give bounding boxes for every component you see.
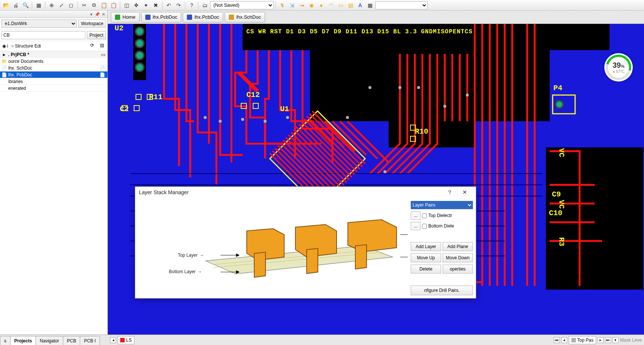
dialog-help-icon[interactable]: ? bbox=[442, 187, 457, 198]
copy-icon[interactable]: ⧉ bbox=[89, 1, 98, 9]
document-tab[interactable]: Home bbox=[111, 12, 140, 22]
select-icon[interactable]: ◫ bbox=[122, 1, 131, 9]
text-icon[interactable]: A bbox=[356, 1, 365, 9]
add-plane-button[interactable]: Add Plane bbox=[443, 242, 473, 251]
layer-prev2-icon[interactable]: ◂ bbox=[561, 337, 567, 343]
redo-icon[interactable]: ↷ bbox=[174, 1, 183, 9]
configure-drill-pairs-button[interactable]: nfigure Drill Pairs. bbox=[411, 286, 473, 295]
workspace-combo[interactable]: e1.DsnWrk bbox=[1, 19, 77, 28]
paste-special-icon[interactable]: 📋 bbox=[109, 1, 118, 9]
panel-refresh-icon[interactable]: ⟳ bbox=[89, 43, 95, 49]
browse-icon[interactable]: 🗂 bbox=[200, 1, 209, 9]
document-tab[interactable]: lhx.PcbDoc bbox=[141, 12, 182, 22]
svg-point-41 bbox=[286, 116, 289, 119]
layer-pairs-combo[interactable]: Layer Pairs bbox=[411, 201, 473, 209]
zoom-in-icon[interactable]: ⊕ bbox=[47, 1, 56, 9]
top-dielectric-browse-button[interactable]: ... bbox=[411, 211, 420, 220]
document-tab[interactable]: lhx.PcbDoc bbox=[183, 12, 223, 22]
saved-view-combo[interactable]: (Not Saved) bbox=[210, 1, 274, 9]
project-tree: ▸. PrjPCB * ▭ 📁ource Documents📄lhx. SchD… bbox=[0, 51, 107, 335]
bottom-dielectric-check[interactable]: Bottom Diele bbox=[422, 223, 454, 229]
route2-icon[interactable]: ⇲ bbox=[288, 1, 297, 9]
panel-menu-icon[interactable]: ▾ bbox=[89, 12, 94, 17]
document-tabs: Homelhx.PcbDoclhx.PcbDoclhx.SchDoc bbox=[109, 10, 644, 24]
layer-stack-manager-dialog: Layer Stack Manager ? ✕ bbox=[135, 186, 476, 299]
silk-r11: R11 bbox=[149, 93, 162, 101]
structure-view-radio[interactable]: ○ Structure Edi bbox=[11, 43, 41, 49]
workspace-button[interactable]: Workspace bbox=[78, 19, 106, 28]
clear-icon[interactable]: ✖ bbox=[151, 1, 160, 9]
delete-button[interactable]: Delete bbox=[411, 265, 441, 274]
tree-item[interactable]: 📄lhx. SchDoc📄 bbox=[0, 65, 107, 71]
tree-item[interactable]: 📄lhx. PcbDoc📄 bbox=[0, 71, 107, 78]
svg-rect-30 bbox=[134, 106, 139, 111]
preview-icon[interactable]: 🔍 bbox=[21, 1, 30, 9]
dialog-close-icon[interactable]: ✕ bbox=[457, 187, 472, 198]
array-icon[interactable]: ▦ bbox=[365, 1, 374, 9]
arc-icon[interactable]: ◠ bbox=[326, 1, 335, 9]
layer-next-icon[interactable]: ▸ bbox=[598, 337, 604, 343]
move-down-button[interactable]: Move Down bbox=[443, 253, 473, 262]
print-icon[interactable]: 🖨 bbox=[11, 1, 20, 9]
layer-ls-tab[interactable]: LS bbox=[118, 336, 134, 344]
open-icon[interactable]: 📂 bbox=[1, 1, 10, 9]
panel-options-icon[interactable]: ▤ bbox=[98, 43, 105, 49]
svg-point-6 bbox=[136, 39, 144, 48]
help-icon[interactable]: ? bbox=[187, 1, 196, 9]
properties-button[interactable]: operties bbox=[443, 265, 473, 274]
mask-level-label: Mask Leve bbox=[620, 338, 642, 343]
paste-icon[interactable]: 📋 bbox=[99, 1, 108, 9]
svg-point-44 bbox=[383, 170, 386, 173]
svg-point-47 bbox=[443, 105, 446, 108]
panel-tab[interactable]: PCB bbox=[63, 336, 80, 345]
bottom-dielectric-browse-button[interactable]: ... bbox=[411, 222, 420, 230]
silk-c12: C12 bbox=[246, 91, 260, 99]
move-icon[interactable]: ✥ bbox=[132, 1, 141, 9]
cut-icon[interactable]: ✂ bbox=[80, 1, 89, 9]
layer-prev-icon[interactable]: ◂ bbox=[110, 337, 116, 343]
via-icon[interactable]: ◉ bbox=[307, 1, 316, 9]
top-dielectric-check[interactable]: Top Dielectr bbox=[422, 213, 452, 218]
grid-combo[interactable] bbox=[375, 1, 428, 9]
panel-close-icon[interactable]: ✕ bbox=[101, 12, 106, 17]
layer-top-paste-tab[interactable]: Top Pas bbox=[569, 336, 596, 344]
svg-marker-57 bbox=[355, 245, 367, 269]
layers-icon[interactable]: ▦ bbox=[34, 1, 43, 9]
route3-icon[interactable]: ↝ bbox=[297, 1, 306, 9]
svg-point-42 bbox=[346, 116, 349, 119]
svg-point-5 bbox=[136, 27, 144, 36]
file-view-radio[interactable]: ◉ i bbox=[2, 43, 8, 49]
tree-item[interactable]: ibraries bbox=[0, 78, 107, 85]
project-field[interactable] bbox=[1, 31, 85, 39]
pad-icon[interactable]: ● bbox=[317, 1, 326, 9]
document-tab[interactable]: lhx.SchDoc bbox=[225, 12, 265, 22]
layer-first-icon[interactable]: ⏮ bbox=[554, 337, 560, 343]
add-layer-button[interactable]: Add Layer bbox=[411, 242, 441, 251]
panel-pin-icon[interactable]: 📌 bbox=[95, 12, 100, 17]
svg-point-46 bbox=[417, 86, 420, 89]
undo-icon[interactable]: ↶ bbox=[164, 1, 173, 9]
svg-rect-0 bbox=[243, 24, 610, 50]
poly-icon[interactable]: ▤ bbox=[346, 1, 355, 9]
panel-tab[interactable]: s bbox=[0, 336, 10, 345]
svg-point-45 bbox=[398, 86, 401, 89]
panel-tab[interactable]: Projects bbox=[10, 336, 36, 345]
fill-icon[interactable]: ▭ bbox=[336, 1, 345, 9]
dialog-titlebar[interactable]: Layer Stack Manager ? ✕ bbox=[135, 187, 476, 198]
tree-item[interactable]: 📁ource Documents bbox=[0, 58, 107, 65]
layer-menu-icon[interactable]: ▾ bbox=[613, 337, 619, 343]
zoom-sel-icon[interactable]: ◻ bbox=[67, 1, 76, 9]
route-icon[interactable]: ↯ bbox=[278, 1, 287, 9]
tree-project-header[interactable]: ▸. PrjPCB * ▭ bbox=[0, 51, 107, 58]
layer-last-icon[interactable]: ⏭ bbox=[605, 337, 611, 343]
project-button[interactable]: Project bbox=[87, 31, 106, 39]
snap-icon[interactable]: ✦ bbox=[142, 1, 151, 9]
layer-status-bar: ◂ LS ⏮ ◂ Top Pas ▸ ⏭ ▾ Mask Leve bbox=[108, 335, 644, 345]
zoom-fit-icon[interactable]: ⤢ bbox=[57, 1, 66, 9]
svg-point-37 bbox=[204, 116, 207, 119]
move-up-button[interactable]: Move Up bbox=[411, 253, 441, 262]
top-layer-label: Top Layer → bbox=[178, 253, 203, 258]
panel-tab[interactable]: PCB I bbox=[80, 336, 100, 345]
tree-item[interactable]: enerated bbox=[0, 85, 107, 92]
panel-tab[interactable]: Navigator bbox=[36, 336, 63, 345]
